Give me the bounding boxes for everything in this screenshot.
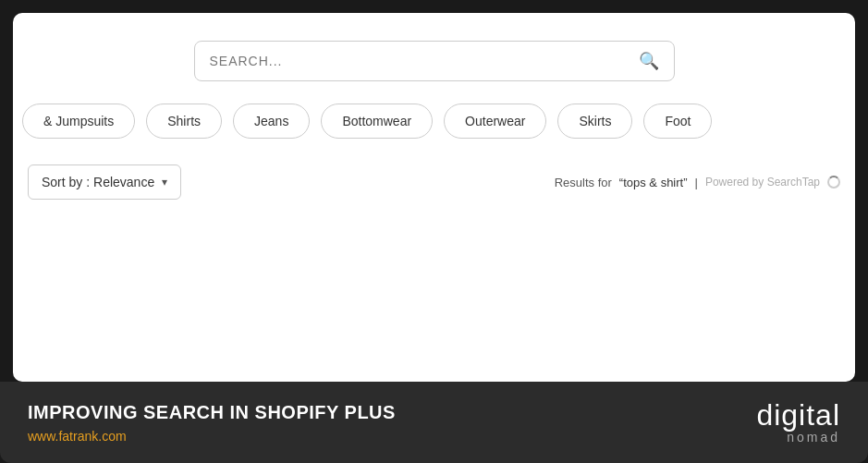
sort-arrow-icon: ▾ bbox=[162, 176, 167, 189]
logo-nomad-text: nomad bbox=[787, 430, 840, 445]
results-info: Results for “tops & shirt” | Powered by … bbox=[200, 176, 840, 189]
sort-select[interactable]: Sort by : Relevance ▾ bbox=[28, 164, 181, 200]
logo-digital-text: digital bbox=[756, 400, 840, 430]
loading-spinner bbox=[827, 176, 840, 189]
sort-label: Sort by : Relevance bbox=[42, 175, 154, 189]
category-pill-shirts[interactable]: Shirts bbox=[146, 104, 222, 139]
filters-row: Sort by : Relevance ▾ Results for “tops … bbox=[13, 164, 855, 200]
banner-link[interactable]: www.fatrank.com bbox=[28, 429, 396, 444]
category-pill-jeans[interactable]: Jeans bbox=[233, 104, 310, 139]
category-pill-outerwear[interactable]: Outerwear bbox=[444, 104, 546, 139]
category-pill-foot[interactable]: Foot bbox=[643, 104, 712, 139]
digital-nomad-logo: digital nomad bbox=[756, 400, 840, 445]
banner-left: IMPROVING SEARCH IN SHOPIFY PLUS www.fat… bbox=[28, 402, 396, 444]
categories-row: & Jumpsuits Shirts Jeans Bottomwear Oute… bbox=[13, 104, 855, 139]
category-pill-jumpsuits[interactable]: & Jumpsuits bbox=[22, 104, 135, 139]
results-separator: | bbox=[695, 176, 698, 189]
bottom-banner: IMPROVING SEARCH IN SHOPIFY PLUS www.fat… bbox=[0, 382, 868, 463]
search-icon[interactable]: 🔍 bbox=[639, 51, 659, 71]
search-bar: 🔍 bbox=[194, 41, 675, 81]
category-pill-skirts[interactable]: Skirts bbox=[557, 104, 632, 139]
main-card: 🔍 & Jumpsuits Shirts Jeans Bottomwear Ou… bbox=[13, 13, 855, 382]
search-input[interactable] bbox=[210, 54, 639, 68]
category-pill-bottomwear[interactable]: Bottomwear bbox=[321, 104, 433, 139]
search-bar-wrapper: 🔍 bbox=[13, 41, 855, 81]
powered-by-label: Powered by SearchTap bbox=[705, 176, 820, 189]
banner-title: IMPROVING SEARCH IN SHOPIFY PLUS bbox=[28, 402, 396, 423]
results-prefix: Results for bbox=[555, 176, 612, 189]
results-query: “tops & shirt” bbox=[619, 176, 688, 189]
